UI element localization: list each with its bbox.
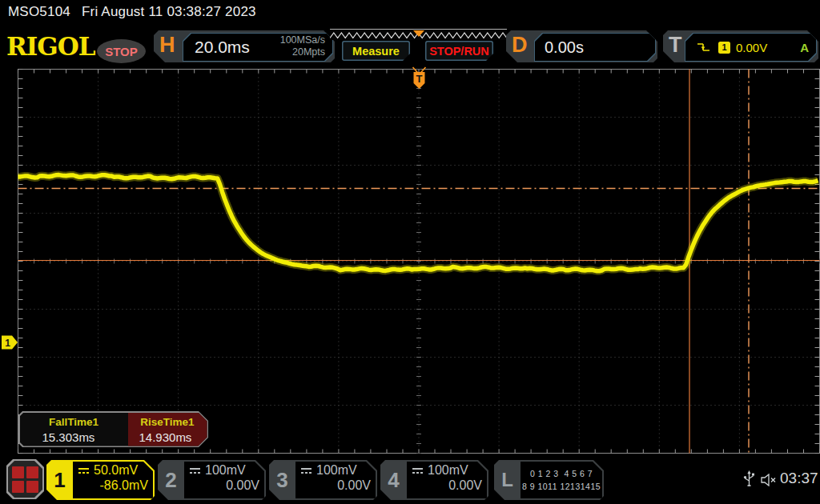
oscilloscope-screen: { "titlebar": { "model": "MSO5104", "dat…: [0, 0, 820, 504]
svg-text:T: T: [416, 73, 423, 85]
measurement-risetime[interactable]: RiseTime1 14.930ms: [128, 413, 207, 446]
svg-text:1: 1: [5, 338, 10, 349]
measurement-falltime[interactable]: FallTime1 15.303ms: [20, 413, 128, 446]
measurement-panel: FallTime1 15.303ms RiseTime1 14.930ms: [18, 411, 208, 447]
